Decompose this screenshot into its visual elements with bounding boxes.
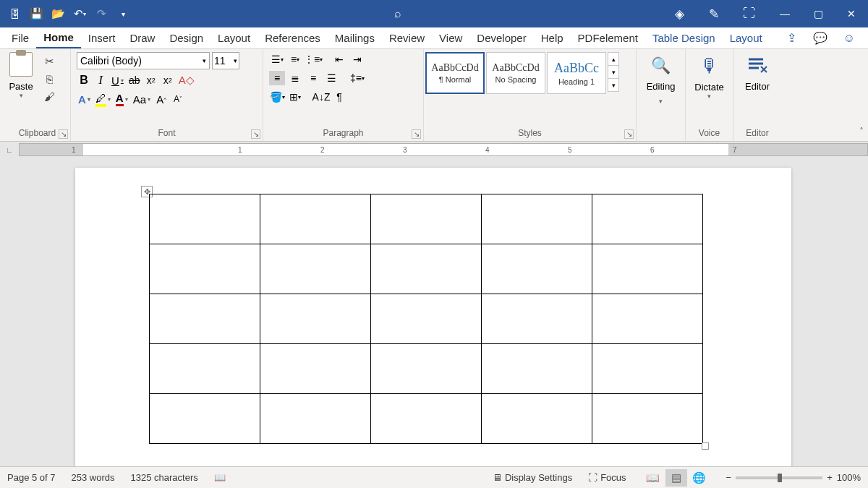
zoom-out-button[interactable]: − (726, 472, 732, 483)
styles-dialog-launcher[interactable]: ↘ (624, 129, 634, 139)
tab-review[interactable]: Review (382, 27, 432, 48)
paragraph-dialog-launcher[interactable]: ↘ (412, 129, 421, 139)
align-center-button[interactable]: ≣ (287, 71, 303, 85)
char-count[interactable]: 1325 characters (130, 472, 197, 483)
align-right-button[interactable]: ≡ (305, 71, 321, 85)
qat-more-icon[interactable]: ▾ (113, 4, 133, 24)
change-case-button[interactable]: Aa▾ (132, 91, 152, 107)
table-cell[interactable] (260, 244, 371, 294)
table-cell[interactable] (482, 194, 592, 244)
table-row[interactable] (150, 194, 703, 244)
emoji-button[interactable]: ☺ (836, 29, 862, 48)
table-cell[interactable] (482, 294, 592, 344)
table-cell[interactable] (260, 294, 371, 344)
ribbon-display-icon[interactable]: ⛶ (732, 0, 765, 27)
paste-button[interactable]: Paste ▾ (4, 52, 38, 103)
tab-context-layout[interactable]: Layout (723, 27, 770, 48)
horizontal-ruler[interactable]: 1 1 2 3 4 5 6 7 (19, 143, 868, 156)
share-button[interactable]: ⇪ (778, 29, 804, 48)
subscript-button[interactable]: x2 (144, 72, 158, 88)
styles-gallery-expand[interactable]: ▾ (608, 78, 619, 92)
grow-font-button[interactable]: A^ (154, 91, 169, 107)
table-cell[interactable] (371, 194, 482, 244)
bold-button[interactable]: B (77, 72, 91, 88)
comments-button[interactable]: 💬 (807, 29, 833, 48)
table-row[interactable] (150, 244, 703, 294)
read-mode-button[interactable]: 📖 (642, 469, 664, 487)
show-hide-button[interactable]: ¶ (331, 90, 347, 104)
table-cell[interactable] (260, 194, 371, 244)
sort-button[interactable]: A↓Z (313, 90, 329, 104)
table-cell[interactable] (260, 344, 371, 394)
numbering-button[interactable]: ≡▾ (287, 52, 303, 67)
tab-file[interactable]: File (4, 27, 36, 48)
tab-help[interactable]: Help (534, 27, 571, 48)
word-count[interactable]: 253 words (72, 472, 115, 483)
autosave-icon[interactable]: 🗄 (4, 4, 25, 24)
table-cell[interactable] (592, 394, 703, 444)
table-cell[interactable] (371, 244, 482, 294)
table-cell[interactable] (150, 294, 260, 344)
styles-scroll-up[interactable]: ▴ (608, 52, 619, 66)
dictate-button[interactable]: 🎙 Dictate ▾ (694, 55, 723, 100)
premium-icon[interactable]: ◈ (663, 0, 696, 27)
table-cell[interactable] (260, 394, 371, 444)
tab-table-design[interactable]: Table Design (645, 27, 723, 48)
maximize-button[interactable]: ▢ (801, 0, 835, 27)
text-effects-button[interactable]: A▾ (77, 91, 92, 107)
table-cell[interactable] (371, 394, 482, 444)
copy-icon[interactable]: ⎘ (41, 72, 58, 85)
tab-developer[interactable]: Developer (469, 27, 533, 48)
print-layout-button[interactable]: ▤ (665, 469, 687, 487)
font-color-button[interactable]: A▾ (114, 91, 129, 107)
align-left-button[interactable]: ≡ (269, 71, 285, 85)
style-heading-1[interactable]: AaBbCc Heading 1 (547, 52, 606, 94)
highlight-button[interactable]: 🖊▾ (94, 91, 112, 107)
drawmode-icon[interactable]: ✎ (697, 0, 731, 27)
table-row[interactable] (150, 344, 703, 394)
undo-icon[interactable]: ↶▾ (69, 4, 90, 24)
tab-mailings[interactable]: Mailings (328, 27, 382, 48)
increase-indent-button[interactable]: ⇥ (349, 52, 365, 67)
minimize-button[interactable]: — (768, 0, 801, 27)
table-resize-handle[interactable] (702, 442, 709, 450)
search-icon[interactable]: ⌕ (386, 1, 410, 26)
zoom-thumb[interactable] (778, 474, 782, 482)
bullets-button[interactable]: ☰▾ (269, 52, 285, 67)
tab-pdfelement[interactable]: PDFelement (571, 27, 645, 48)
line-spacing-button[interactable]: ‡≡▾ (349, 71, 365, 85)
underline-button[interactable]: U▾ (110, 72, 125, 88)
table-cell[interactable] (371, 344, 482, 394)
superscript-button[interactable]: x2 (161, 72, 175, 88)
zoom-in-button[interactable]: + (827, 472, 833, 483)
table-row[interactable] (150, 294, 703, 344)
format-painter-icon[interactable]: 🖌 (41, 90, 58, 103)
table-cell[interactable] (482, 394, 592, 444)
multilevel-list-button[interactable]: ⋮≡▾ (305, 52, 321, 67)
table-cell[interactable] (592, 294, 703, 344)
tab-home[interactable]: Home (36, 27, 81, 48)
clear-formatting-button[interactable]: A◇ (177, 72, 196, 88)
tab-insert[interactable]: Insert (81, 27, 123, 48)
zoom-slider[interactable] (736, 476, 822, 479)
borders-button[interactable]: ⊞▾ (287, 90, 303, 104)
page-indicator[interactable]: Page 5 of 7 (7, 472, 56, 483)
tab-view[interactable]: View (432, 27, 469, 48)
table-cell[interactable] (592, 344, 703, 394)
shading-button[interactable]: 🪣▾ (269, 90, 285, 104)
zoom-level[interactable]: 100% (837, 472, 861, 483)
save-icon[interactable]: 💾 (26, 4, 46, 24)
table-cell[interactable] (150, 244, 260, 294)
redo-icon[interactable]: ↷ (91, 4, 111, 24)
font-size-selector[interactable]: 11▾ (212, 52, 239, 69)
document-table[interactable] (149, 194, 703, 444)
table-cell[interactable] (482, 344, 592, 394)
table-cell[interactable] (592, 194, 703, 244)
tab-references[interactable]: References (258, 27, 328, 48)
strikethrough-button[interactable]: ab (127, 72, 142, 88)
page[interactable]: ✥ (75, 168, 791, 466)
tab-layout[interactable]: Layout (210, 27, 258, 48)
table-cell[interactable] (371, 294, 482, 344)
editor-button[interactable]: Editor (745, 55, 770, 92)
table-cell[interactable] (592, 244, 703, 294)
